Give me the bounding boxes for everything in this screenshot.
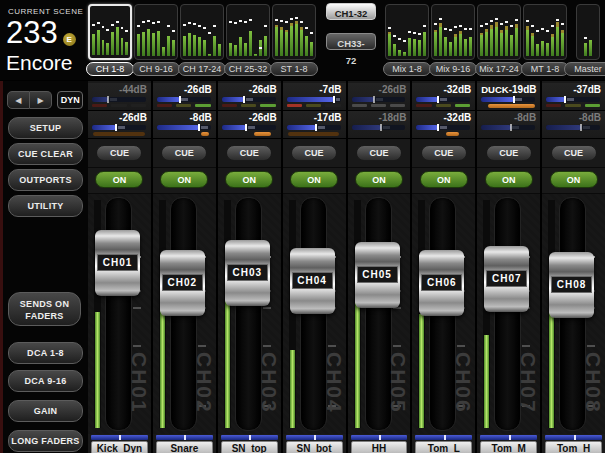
bank-tab[interactable]: CH 17-24: [180, 4, 224, 76]
bank-tab-label[interactable]: CH 9-16: [132, 62, 180, 76]
stagemix-app: CURRENT SCENE 233 E Encore CH 1-8 CH 9-1…: [0, 0, 605, 453]
next-arrow-button[interactable]: ▶: [30, 91, 53, 109]
channel-strip: -32dB -32dB CUE ON: [412, 81, 475, 453]
dynamics2-section[interactable]: -26dB: [218, 111, 281, 139]
channel-name[interactable]: HH: [351, 441, 408, 453]
fader-cap[interactable]: CH01: [95, 230, 140, 296]
cue-button[interactable]: CUE: [96, 145, 142, 161]
bank-tab-label[interactable]: CH 17-24: [178, 62, 226, 76]
fader-cap[interactable]: CH06: [419, 250, 464, 316]
bank-tab-label[interactable]: CH 1-8: [86, 62, 134, 76]
prev-arrow-button[interactable]: ◀: [7, 91, 30, 109]
gain-button[interactable]: GAIN: [8, 400, 83, 422]
cue-button[interactable]: CUE: [161, 145, 207, 161]
on-button[interactable]: ON: [290, 171, 338, 188]
bank-tab[interactable]: MT 1-8: [523, 4, 567, 76]
sends-on-faders-button[interactable]: SENDS ON FADERS: [8, 292, 81, 326]
dynamics2-section[interactable]: -32dB: [412, 111, 475, 139]
bank-tab-label[interactable]: Mix 9-16: [429, 62, 477, 76]
bank-tab[interactable]: CH 1-8: [88, 4, 132, 76]
cue-button[interactable]: CUE: [551, 145, 597, 161]
long-faders-button[interactable]: LONG FADERS: [8, 430, 83, 452]
bank-tab-label[interactable]: Mix 17-24: [475, 62, 523, 76]
bank-ch33-72-button[interactable]: CH33-72: [326, 33, 376, 50]
fader-area: CH04 CH04: [283, 194, 346, 434]
cue-button[interactable]: CUE: [226, 145, 272, 161]
bank-tab[interactable]: ST 1-8: [272, 4, 316, 76]
dca-9-16-button[interactable]: DCA 9-16: [8, 370, 83, 392]
on-button[interactable]: ON: [95, 171, 143, 188]
dynamics2-section[interactable]: -18dB: [348, 111, 411, 139]
dynamics1-section[interactable]: -26dB: [153, 83, 216, 111]
bank-tab[interactable]: Master: [569, 4, 605, 76]
cue-button[interactable]: CUE: [486, 145, 532, 161]
level-meter: [289, 200, 296, 428]
on-button[interactable]: ON: [160, 171, 208, 188]
on-button[interactable]: ON: [485, 171, 533, 188]
cue-button[interactable]: CUE: [421, 145, 467, 161]
dyn1-threshold-value: -26dB: [379, 84, 407, 96]
pan-indicator[interactable]: [545, 435, 602, 440]
channel-name[interactable]: Tom_L: [415, 441, 472, 453]
pan-indicator[interactable]: [286, 435, 343, 440]
bank-tab-label[interactable]: MT 1-8: [521, 62, 569, 76]
channel-name[interactable]: Kick_Dyn: [91, 441, 148, 453]
dynamics1-section[interactable]: DUCK -19dB: [477, 83, 540, 111]
bank-tab-label[interactable]: Mix 1-8: [383, 62, 431, 76]
fader-cap[interactable]: CH03: [225, 240, 270, 306]
channel-name[interactable]: SN_top: [221, 441, 278, 453]
dynamics2-section[interactable]: -8dB: [542, 111, 605, 139]
pan-indicator[interactable]: [351, 435, 408, 440]
cue-button[interactable]: CUE: [291, 145, 337, 161]
bank-ch1-32-button[interactable]: CH1-32: [326, 3, 376, 20]
dynamics2-section[interactable]: -8dB: [153, 111, 216, 139]
dca-1-8-button[interactable]: DCA 1-8: [8, 342, 83, 364]
channel-name[interactable]: Tom_H: [545, 441, 602, 453]
bank-tab-label[interactable]: ST 1-8: [270, 62, 318, 76]
on-button[interactable]: ON: [420, 171, 468, 188]
bank-tab[interactable]: CH 9-16: [134, 4, 178, 76]
channel-name[interactable]: Snare: [156, 441, 213, 453]
fader-cap[interactable]: CH02: [160, 250, 205, 316]
pan-indicator[interactable]: [221, 435, 278, 440]
cue-button[interactable]: CUE: [356, 145, 402, 161]
dynamics2-section[interactable]: -8dB: [477, 111, 540, 139]
pan-indicator[interactable]: [480, 435, 537, 440]
bank-tab-label[interactable]: CH 25-32: [224, 62, 272, 76]
on-button[interactable]: ON: [355, 171, 403, 188]
fader-area: CH07 CH07: [477, 194, 540, 434]
level-meter: [483, 200, 490, 428]
pan-indicator[interactable]: [91, 435, 148, 440]
fader-cap[interactable]: CH07: [484, 246, 529, 312]
dyn2-threshold-value: -18dB: [379, 112, 407, 124]
pan-indicator[interactable]: [156, 435, 213, 440]
pan-indicator[interactable]: [415, 435, 472, 440]
bank-tab[interactable]: Mix 17-24: [477, 4, 521, 76]
scene-display[interactable]: CURRENT SCENE 233 E Encore: [6, 4, 88, 78]
cue-clear-button[interactable]: CUE CLEAR: [8, 143, 83, 165]
dynamics1-section[interactable]: -26dB: [348, 83, 411, 111]
fader-cap[interactable]: CH04: [290, 248, 335, 314]
outports-button[interactable]: OUTPORTS: [8, 169, 83, 191]
fader-cap[interactable]: CH08: [549, 252, 594, 318]
scene-name: Encore: [6, 51, 88, 75]
dynamics1-section[interactable]: -32dB: [412, 83, 475, 111]
dynamics1-section[interactable]: -37dB: [542, 83, 605, 111]
dynamics1-section[interactable]: -7dB: [283, 83, 346, 111]
bank-tab[interactable]: Mix 1-8: [385, 4, 429, 76]
bank-tab[interactable]: CH 25-32: [226, 4, 270, 76]
setup-button[interactable]: SETUP: [8, 117, 83, 139]
on-button[interactable]: ON: [225, 171, 273, 188]
channel-name[interactable]: SN_bot: [286, 441, 343, 453]
dynamics2-section[interactable]: -26dB: [88, 111, 151, 139]
fader-cap[interactable]: CH05: [355, 242, 400, 308]
bank-tab-meter: [477, 4, 521, 60]
bank-tab-label[interactable]: Master: [564, 62, 605, 76]
bank-tab[interactable]: Mix 9-16: [431, 4, 475, 76]
dynamics1-section[interactable]: -44dB: [88, 83, 151, 111]
utility-button[interactable]: UTILITY: [8, 195, 83, 217]
dynamics2-section[interactable]: -17dB: [283, 111, 346, 139]
channel-name[interactable]: Tom_M: [480, 441, 537, 453]
on-button[interactable]: ON: [550, 171, 598, 188]
dynamics1-section[interactable]: -26dB: [218, 83, 281, 111]
